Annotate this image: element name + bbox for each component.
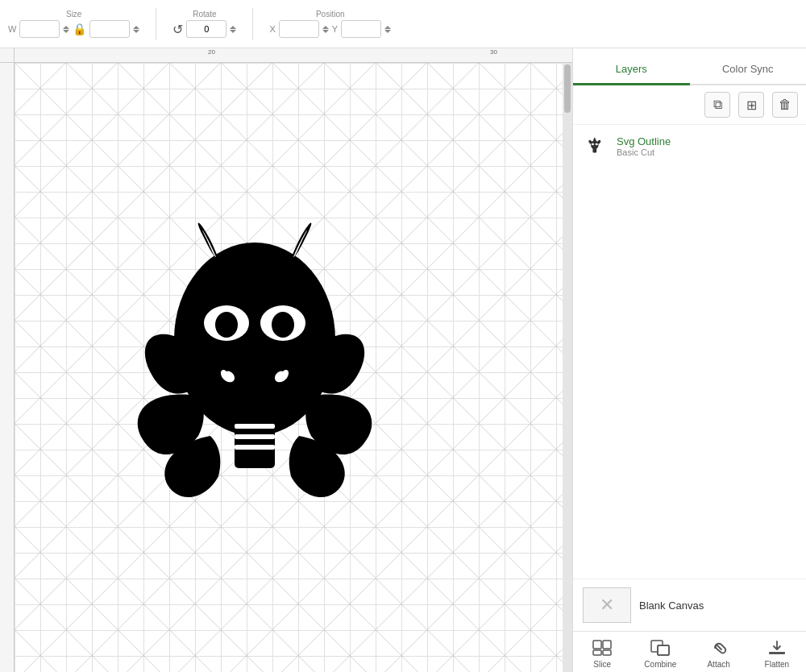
svg-rect-15: [603, 641, 611, 649]
size-h-stepper[interactable]: [133, 26, 139, 33]
svg-rect-6: [235, 424, 275, 429]
toolbar: Size W 🔒 Rotate ↺: [0, 0, 806, 48]
rotate-stepper[interactable]: [230, 26, 236, 33]
layer-info: Svg Outline Basic Cut: [617, 135, 796, 157]
ruler-corner: [0, 48, 15, 63]
flatten-icon: [765, 638, 789, 657]
slice-label: Slice: [593, 660, 611, 669]
blank-canvas-thumbnail: ✕: [583, 587, 631, 623]
size-w-stepper[interactable]: [63, 26, 69, 33]
position-x-stepper[interactable]: [322, 26, 329, 33]
svg-rect-8: [235, 445, 275, 450]
scrollbar-vertical[interactable]: [563, 63, 572, 672]
svg-rect-19: [658, 645, 669, 655]
add-icon: ⊞: [746, 97, 757, 113]
layer-name: Svg Outline: [617, 135, 796, 147]
position-x-label: X: [269, 24, 275, 34]
canvas-white[interactable]: [15, 63, 563, 672]
divider2: [252, 8, 253, 40]
svg-rect-17: [603, 650, 611, 655]
position-label: Position: [316, 10, 345, 19]
ruler-h-mark-30: 30: [490, 48, 497, 56]
size-inputs: W 🔒: [8, 20, 139, 38]
ruler-horizontal: 20 30: [15, 48, 572, 63]
position-group: Position X Y: [269, 10, 391, 38]
tab-layers[interactable]: Layers: [573, 55, 690, 85]
rotate-icon[interactable]: ↺: [172, 22, 183, 37]
combine-label: Combine: [644, 660, 676, 669]
svg-rect-14: [593, 641, 601, 649]
combine-button[interactable]: Combine: [631, 638, 689, 669]
main-area: 20 30: [0, 48, 806, 672]
svg-rect-7: [235, 434, 275, 439]
flatten-button[interactable]: Flatten: [748, 638, 806, 669]
position-y-stepper[interactable]: [384, 26, 391, 33]
tabs: Layers Color Sync: [573, 48, 806, 85]
svg-rect-21: [769, 652, 785, 654]
size-group: Size W 🔒: [8, 10, 139, 38]
duplicate-layer-button[interactable]: ⧉: [704, 92, 730, 118]
position-x-input[interactable]: [279, 20, 319, 38]
blank-canvas-row: ✕ Blank Canvas: [573, 579, 806, 631]
scrollbar-thumb[interactable]: [564, 64, 571, 113]
position-y-label: Y: [332, 24, 338, 34]
lock-icon: 🔒: [73, 23, 86, 35]
position-inputs: X Y: [269, 20, 391, 38]
svg-rect-16: [593, 650, 601, 655]
delete-layer-button[interactable]: 🗑: [772, 92, 798, 118]
layer-item[interactable]: Svg Outline Basic Cut: [573, 125, 806, 167]
panel-spacer: [573, 167, 806, 579]
layer-thumb-icon: [584, 135, 607, 157]
ruler-h-mark-20: 20: [208, 48, 215, 56]
size-label: Size: [66, 10, 81, 19]
rotate-inputs: ↺: [172, 20, 236, 38]
attach-icon: [707, 638, 731, 657]
bottom-action-bar: Slice Combine Attach: [573, 631, 806, 672]
layer-icons-bar: ⧉ ⊞ 🗑: [573, 85, 806, 125]
blank-canvas-label: Blank Canvas: [639, 599, 704, 612]
ruler-h-content: 20 30: [15, 48, 572, 63]
position-y-input[interactable]: [341, 20, 381, 38]
rotate-input[interactable]: [186, 20, 226, 38]
attach-button[interactable]: Attach: [690, 638, 748, 669]
svg-point-3: [215, 312, 238, 338]
layer-type: Basic Cut: [617, 147, 796, 157]
size-h-input[interactable]: [89, 20, 130, 38]
delete-icon: 🗑: [779, 97, 791, 112]
blank-canvas-x-icon: ✕: [600, 595, 614, 616]
slice-icon: [590, 638, 614, 657]
svg-point-12: [596, 143, 598, 145]
flatten-label: Flatten: [765, 660, 790, 669]
size-w-label: W: [8, 24, 16, 34]
layer-thumbnail: [583, 133, 609, 159]
size-w-input[interactable]: [19, 20, 60, 38]
duplicate-icon: ⧉: [713, 97, 722, 112]
divider1: [156, 8, 156, 40]
canvas-area[interactable]: 20 30: [0, 48, 572, 672]
slice-button[interactable]: Slice: [573, 638, 631, 669]
attach-label: Attach: [707, 660, 729, 669]
svg-point-4: [272, 312, 294, 338]
rotate-group: Rotate ↺: [172, 10, 236, 38]
svg-rect-13: [592, 149, 596, 153]
wolf-image[interactable]: [85, 154, 424, 581]
svg-point-9: [240, 366, 269, 385]
rotate-label: Rotate: [193, 10, 216, 19]
add-layer-button[interactable]: ⊞: [738, 92, 764, 118]
combine-icon: [648, 638, 672, 657]
right-panel: Layers Color Sync ⧉ ⊞ 🗑: [572, 48, 806, 672]
ruler-vertical: [0, 63, 15, 672]
tab-color-sync[interactable]: Color Sync: [690, 55, 807, 85]
svg-point-11: [592, 143, 594, 145]
